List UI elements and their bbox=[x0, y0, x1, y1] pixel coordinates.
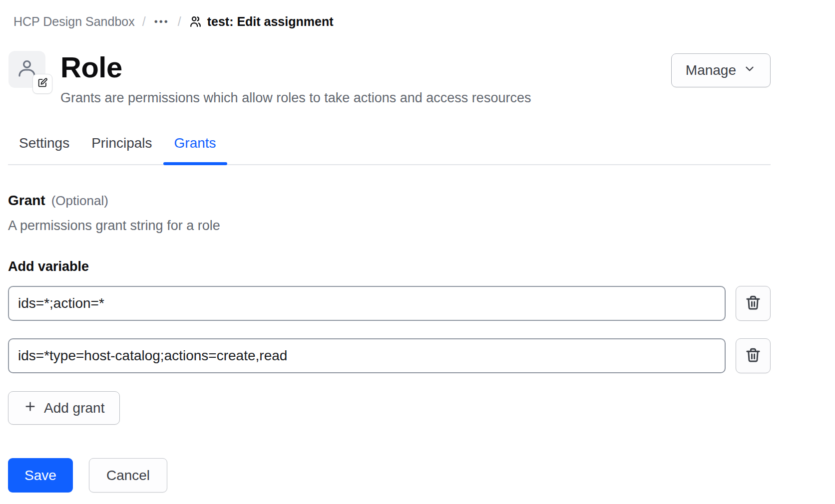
tab-principals[interactable]: Principals bbox=[80, 128, 163, 164]
breadcrumb-current: test: Edit assignment bbox=[189, 14, 334, 29]
page-title: Role bbox=[60, 52, 671, 83]
grant-input-2[interactable] bbox=[8, 338, 726, 373]
manage-button[interactable]: Manage bbox=[671, 53, 771, 87]
grant-input-1[interactable] bbox=[8, 286, 726, 321]
breadcrumb-link-root[interactable]: HCP Design Sandbox bbox=[13, 14, 135, 29]
tab-grants-label: Grants bbox=[174, 135, 216, 151]
active-tab-indicator bbox=[163, 162, 227, 165]
breadcrumb: HCP Design Sandbox / ••• / test: Edit as… bbox=[0, 0, 835, 29]
users-icon bbox=[189, 15, 202, 28]
grant-label: Grant bbox=[8, 193, 45, 209]
tab-settings-label: Settings bbox=[19, 135, 69, 151]
chevron-down-icon bbox=[743, 62, 756, 79]
grant-row bbox=[8, 338, 771, 373]
add-variable-label: Add variable bbox=[8, 259, 771, 274]
delete-grant-button-1[interactable] bbox=[736, 286, 771, 321]
add-grant-button-label: Add grant bbox=[44, 400, 104, 416]
form-actions: Save Cancel bbox=[8, 458, 835, 493]
cancel-button[interactable]: Cancel bbox=[89, 458, 167, 493]
edit-badge[interactable] bbox=[32, 74, 52, 94]
add-grant-button[interactable]: Add grant bbox=[8, 391, 120, 425]
grant-help-text: A permissions grant string for a role bbox=[8, 218, 771, 234]
tab-grants[interactable]: Grants bbox=[163, 128, 227, 164]
breadcrumb-ellipsis[interactable]: ••• bbox=[153, 16, 170, 27]
breadcrumb-separator: / bbox=[142, 14, 146, 29]
trash-icon bbox=[745, 347, 762, 365]
grant-row bbox=[8, 286, 771, 321]
grants-form: Grant (Optional) A permissions grant str… bbox=[8, 193, 771, 425]
tab-principals-label: Principals bbox=[91, 135, 152, 151]
page-subtitle: Grants are permissions which allow roles… bbox=[60, 90, 671, 105]
grant-optional-label: (Optional) bbox=[51, 193, 108, 209]
trash-icon bbox=[745, 294, 762, 313]
breadcrumb-separator: / bbox=[178, 14, 181, 29]
save-button[interactable]: Save bbox=[8, 458, 73, 493]
plus-icon bbox=[23, 400, 37, 417]
tab-bar: Settings Principals Grants bbox=[8, 128, 771, 165]
delete-grant-button-2[interactable] bbox=[736, 338, 771, 373]
role-avatar bbox=[8, 51, 45, 88]
page-header: Role Grants are permissions which allow … bbox=[8, 51, 771, 105]
manage-button-label: Manage bbox=[686, 62, 736, 78]
header-text: Role Grants are permissions which allow … bbox=[60, 51, 671, 105]
tab-settings[interactable]: Settings bbox=[8, 128, 80, 164]
breadcrumb-current-label: test: Edit assignment bbox=[207, 14, 334, 29]
grant-label-row: Grant (Optional) bbox=[8, 193, 771, 209]
edit-icon bbox=[37, 77, 48, 90]
role-edit-page: HCP Design Sandbox / ••• / test: Edit as… bbox=[0, 0, 835, 504]
